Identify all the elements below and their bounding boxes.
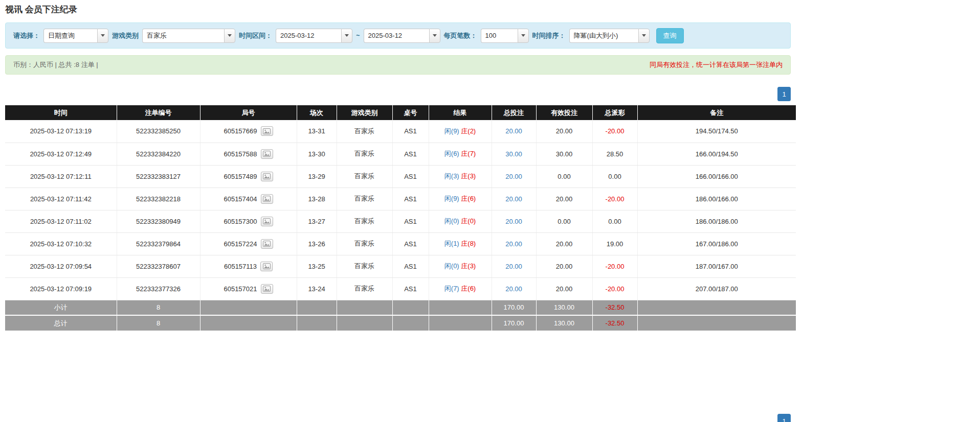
round-id-group: 605157224 bbox=[224, 239, 273, 249]
currency-total-text: 币别：人民币 | 总共 :8 注单 | bbox=[13, 60, 98, 69]
table-row: 2025-03-12 07:09:54522332378607605157113… bbox=[5, 255, 796, 277]
total-count: 8 bbox=[117, 315, 200, 331]
cell-table-no: AS1 bbox=[392, 143, 429, 165]
cell-round-id: 605157489 bbox=[200, 165, 297, 187]
cell-note: 166.00/194.50 bbox=[637, 143, 796, 165]
empty-cell bbox=[392, 300, 429, 315]
game-type-combobox[interactable] bbox=[142, 29, 235, 43]
cell-payout: -20.00 bbox=[592, 277, 637, 300]
cell-result: 闲(6) 庄(7) bbox=[429, 143, 492, 165]
date-from-input[interactable] bbox=[276, 29, 341, 43]
search-button[interactable]: 查询 bbox=[656, 28, 684, 43]
banker-result: 庄(3) bbox=[461, 172, 476, 180]
time-sort-input[interactable] bbox=[569, 29, 638, 43]
cell-bet-id: 522332377326 bbox=[117, 277, 200, 300]
subtotal-payout: -32.50 bbox=[592, 300, 637, 315]
game-type-input[interactable] bbox=[142, 29, 224, 43]
player-result: 闲(9) bbox=[444, 195, 459, 202]
cell-bet-id: 522332378607 bbox=[117, 255, 200, 277]
round-detail-icon[interactable] bbox=[260, 262, 273, 271]
cell-total-bet: 20.00 bbox=[492, 232, 536, 255]
chevron-down-icon bbox=[433, 34, 437, 37]
total-bet-link[interactable]: 30.00 bbox=[505, 150, 522, 158]
total-row: 总计 8 170.00 130.00 -32.50 bbox=[5, 315, 796, 331]
table-header-row: 时间 注单编号 局号 场次 游戏类别 桌号 结果 总投注 有效投注 总派彩 备注 bbox=[5, 105, 796, 120]
col-header-game-type: 游戏类别 bbox=[337, 105, 392, 120]
bet-records-table: 时间 注单编号 局号 场次 游戏类别 桌号 结果 总投注 有效投注 总派彩 备注… bbox=[5, 105, 796, 331]
cell-session: 13-28 bbox=[297, 187, 337, 210]
round-detail-icon[interactable] bbox=[261, 194, 273, 204]
table-row: 2025-03-12 07:12:11522332383127605157489… bbox=[5, 165, 796, 187]
round-detail-icon[interactable] bbox=[261, 217, 273, 226]
total-bet-link[interactable]: 20.00 bbox=[505, 173, 522, 180]
date-to-combobox[interactable] bbox=[364, 29, 440, 43]
round-detail-icon[interactable] bbox=[261, 239, 273, 249]
round-id-group: 605157300 bbox=[224, 217, 273, 226]
banker-result: 庄(6) bbox=[461, 285, 476, 292]
total-payout: -32.50 bbox=[592, 315, 637, 331]
cell-note: 167.00/186.00 bbox=[637, 232, 796, 255]
cell-game-type: 百家乐 bbox=[337, 255, 392, 277]
total-bet-link[interactable]: 20.00 bbox=[505, 285, 522, 293]
date-to-input[interactable] bbox=[364, 29, 429, 43]
table-row: 2025-03-12 07:09:19522332377326605157021… bbox=[5, 277, 796, 300]
total-bet-link[interactable]: 20.00 bbox=[505, 195, 522, 203]
query-type-input[interactable] bbox=[43, 29, 97, 43]
cell-table-no: AS1 bbox=[392, 210, 429, 232]
cell-time: 2025-03-12 07:10:32 bbox=[5, 232, 117, 255]
round-detail-icon[interactable] bbox=[261, 284, 273, 294]
cell-time: 2025-03-12 07:12:11 bbox=[5, 165, 117, 187]
cell-bet-id: 522332379864 bbox=[117, 232, 200, 255]
page-size-combobox[interactable] bbox=[481, 29, 529, 43]
date-from-combobox[interactable] bbox=[276, 29, 352, 43]
cell-time: 2025-03-12 07:09:19 bbox=[5, 277, 117, 300]
cell-valid-bet: 0.00 bbox=[536, 165, 592, 187]
round-id-group: 605157669 bbox=[224, 126, 273, 136]
cell-valid-bet: 20.00 bbox=[536, 232, 592, 255]
cell-total-bet: 20.00 bbox=[492, 255, 536, 277]
total-bet-link[interactable]: 20.00 bbox=[505, 240, 522, 248]
empty-cell bbox=[297, 315, 337, 331]
chevron-down-icon bbox=[521, 34, 525, 37]
banker-result: 庄(0) bbox=[461, 217, 476, 225]
round-detail-icon[interactable] bbox=[261, 126, 273, 136]
col-header-round-id: 局号 bbox=[200, 105, 297, 120]
page-1-button-bottom[interactable]: 1 bbox=[777, 414, 791, 422]
cell-valid-bet: 20.00 bbox=[536, 120, 592, 143]
table-body: 2025-03-12 07:13:19522332385250605157669… bbox=[5, 120, 796, 300]
cell-payout: 0.00 bbox=[592, 165, 637, 187]
total-bet-link[interactable]: 20.00 bbox=[505, 127, 522, 135]
cell-note: 186.00/186.00 bbox=[637, 210, 796, 232]
time-sort-dropdown-button[interactable] bbox=[638, 29, 650, 43]
empty-cell bbox=[429, 300, 492, 315]
total-bet-link[interactable]: 20.00 bbox=[505, 263, 522, 270]
page-size-dropdown-button[interactable] bbox=[518, 29, 529, 43]
round-id-group: 605157588 bbox=[224, 149, 273, 159]
round-detail-icon[interactable] bbox=[261, 149, 273, 159]
cell-round-id: 605157300 bbox=[200, 210, 297, 232]
page-size-label: 每页笔数： bbox=[444, 31, 477, 40]
page-size-input[interactable] bbox=[481, 29, 518, 43]
cell-game-type: 百家乐 bbox=[337, 232, 392, 255]
query-type-dropdown-button[interactable] bbox=[97, 29, 108, 43]
query-type-combobox[interactable] bbox=[43, 29, 108, 43]
banker-result: 庄(3) bbox=[461, 262, 476, 270]
col-header-bet-id: 注单编号 bbox=[117, 105, 200, 120]
game-type-dropdown-button[interactable] bbox=[224, 29, 235, 43]
cell-session: 13-31 bbox=[297, 120, 337, 143]
round-detail-icon[interactable] bbox=[261, 172, 273, 181]
player-result: 闲(3) bbox=[444, 172, 459, 180]
cell-session: 13-26 bbox=[297, 232, 337, 255]
date-from-dropdown-button[interactable] bbox=[341, 29, 352, 43]
page-1-button[interactable]: 1 bbox=[777, 87, 791, 101]
time-sort-combobox[interactable] bbox=[569, 29, 650, 43]
cell-time: 2025-03-12 07:11:42 bbox=[5, 187, 117, 210]
col-header-payout: 总派彩 bbox=[592, 105, 637, 120]
round-id-text: 605157021 bbox=[224, 285, 257, 293]
col-header-time: 时间 bbox=[5, 105, 117, 120]
total-bet-link[interactable]: 20.00 bbox=[505, 218, 522, 225]
col-header-note: 备注 bbox=[637, 105, 796, 120]
round-id-group: 605157021 bbox=[224, 284, 273, 294]
round-id-text: 605157113 bbox=[224, 263, 257, 270]
date-to-dropdown-button[interactable] bbox=[429, 29, 440, 43]
